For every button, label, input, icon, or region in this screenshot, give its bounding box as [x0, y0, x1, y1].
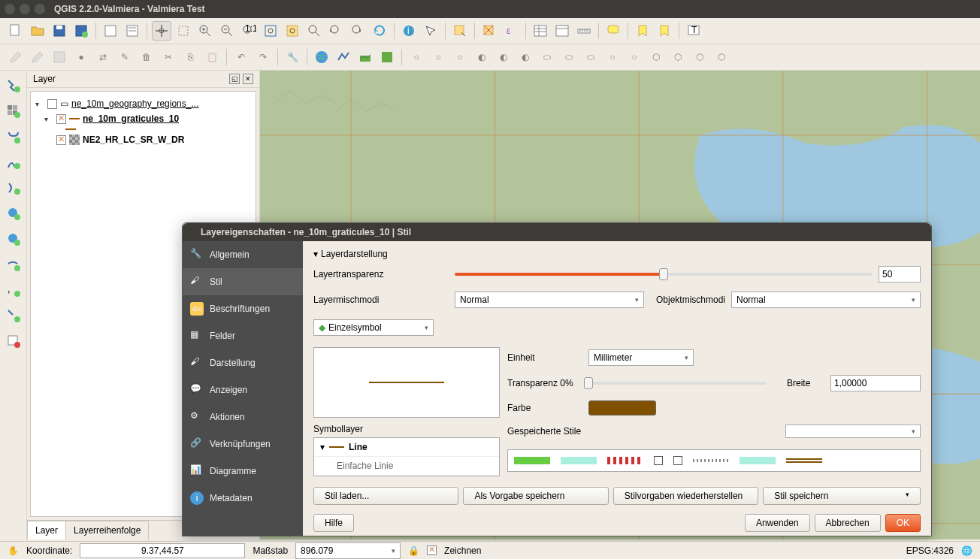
geom-tool-9-icon[interactable]: ⬭ — [581, 47, 600, 67]
geom-tool-15-icon[interactable]: ⬡ — [712, 47, 731, 67]
maximize-icon[interactable] — [35, 4, 45, 14]
zoom-selection-icon[interactable] — [283, 21, 302, 41]
crs-button-icon[interactable]: 🌐 — [961, 545, 972, 556]
zoom-layer-icon[interactable] — [304, 21, 324, 41]
toggle-extents-icon[interactable]: ✋ — [8, 545, 19, 556]
add-wms-layer-icon[interactable] — [3, 203, 24, 224]
color-button[interactable] — [588, 400, 656, 415]
symbollayer-tree[interactable]: ▾Line Einfache Linie — [313, 437, 500, 476]
feature-blend-combo[interactable]: Normal▾ — [731, 292, 921, 308]
geom-tool-6-icon[interactable]: ◐ — [516, 47, 535, 67]
style-preset[interactable] — [673, 456, 682, 465]
undo-icon[interactable]: ↶ — [231, 47, 251, 67]
layer-checkbox[interactable] — [56, 135, 66, 145]
style-preset[interactable] — [514, 457, 550, 464]
remove-layer-icon[interactable] — [3, 331, 24, 352]
add-spatialite-icon[interactable] — [3, 152, 24, 173]
slider-thumb[interactable] — [659, 268, 668, 280]
scale-lock-icon[interactable]: 🔒 — [408, 545, 419, 556]
add-mssql-icon[interactable] — [3, 177, 24, 198]
geom-tool-1-icon[interactable]: ○ — [407, 47, 426, 67]
bookmarks-icon[interactable] — [655, 21, 674, 41]
width-spinbox[interactable] — [830, 375, 921, 391]
minimize-icon[interactable] — [20, 4, 30, 14]
geom-tool-3-icon[interactable]: ○ — [450, 47, 470, 67]
sidebar-item-style[interactable]: 🖌Stil — [183, 268, 303, 295]
add-wcs-icon[interactable] — [3, 228, 24, 249]
add-wms-icon[interactable] — [377, 47, 397, 67]
save-edits-icon[interactable] — [50, 47, 69, 67]
sidebar-item-rendering[interactable]: 🖌Darstellung — [183, 349, 303, 376]
transparency-spinbox[interactable] — [879, 266, 921, 283]
panel-close-icon[interactable]: ✕ — [243, 74, 253, 84]
dialog-titlebar[interactable]: Layereigenschaften - ne_10m_graticules_1… — [183, 223, 931, 241]
zoom-out-icon[interactable] — [217, 21, 237, 41]
collapse-icon[interactable]: ▾ — [313, 249, 318, 259]
pan-selection-icon[interactable] — [174, 21, 193, 41]
map-tips-icon[interactable] — [603, 21, 623, 41]
select-rect-icon[interactable] — [450, 21, 470, 41]
copy-icon[interactable]: ⎘ — [180, 47, 200, 67]
measure-icon[interactable] — [574, 21, 594, 41]
sidebar-item-joins[interactable]: 🔗Verknüpfungen — [183, 431, 303, 458]
zoom-in-icon[interactable] — [195, 21, 215, 41]
bookmark-new-icon[interactable] — [633, 21, 652, 41]
globe-icon[interactable] — [312, 47, 331, 67]
deselect-icon[interactable] — [479, 21, 499, 41]
geom-tool-7-icon[interactable]: ⬭ — [537, 47, 557, 67]
add-wfs-icon[interactable] — [3, 254, 24, 275]
layer-item[interactable]: ▾ ne_10m_graticules_10 — [35, 111, 251, 126]
geom-tool-12-icon[interactable]: ⬡ — [646, 47, 666, 67]
expand-icon[interactable]: ▾ — [44, 115, 53, 123]
geom-tool-8-icon[interactable]: ⬭ — [559, 47, 579, 67]
layer-blend-combo[interactable]: Normal▾ — [455, 292, 644, 308]
sidebar-item-display[interactable]: 💬Anzeigen — [183, 376, 303, 403]
add-csv-icon[interactable]: , — [3, 280, 24, 301]
layer-item[interactable]: ▾ NE2_HR_LC_SR_W_DR — [35, 132, 251, 147]
save-default-button[interactable]: Als Vorgabe speichern — [463, 487, 608, 505]
field-calc-icon[interactable] — [552, 21, 572, 41]
geom-tool-14-icon[interactable]: ⬡ — [690, 47, 709, 67]
restore-default-button[interactable]: Stilvorgaben wiederherstellen — [613, 487, 758, 505]
sidebar-item-diagrams[interactable]: 📊Diagramme — [183, 458, 303, 485]
geom-tool-2-icon[interactable]: ○ — [428, 47, 448, 67]
new-project-icon[interactable] — [6, 21, 26, 41]
redo-icon[interactable]: ↷ — [253, 47, 273, 67]
style-preset[interactable] — [561, 457, 597, 464]
add-postgis-icon[interactable] — [3, 126, 24, 147]
new-vector-icon[interactable] — [3, 305, 24, 326]
add-raster-layer-icon[interactable] — [3, 101, 24, 122]
tab-layer-order[interactable]: Layerreihenfolge — [65, 521, 149, 539]
cancel-button[interactable]: Abbrechen — [815, 514, 881, 532]
save-project-icon[interactable] — [50, 21, 69, 41]
sym-transparency-slider[interactable] — [588, 382, 766, 385]
pan-icon[interactable] — [152, 21, 171, 41]
attribute-table-icon[interactable] — [531, 21, 550, 41]
add-feature-icon[interactable]: ● — [71, 47, 91, 67]
geom-tool-4-icon[interactable]: ◐ — [472, 47, 492, 67]
ok-button[interactable]: OK — [885, 514, 921, 532]
style-preset[interactable] — [740, 457, 776, 464]
geom-tool-13-icon[interactable]: ⬡ — [668, 47, 688, 67]
paste-icon[interactable]: 📋 — [202, 47, 222, 67]
tab-layer[interactable]: Layer — [27, 521, 66, 539]
apply-button[interactable]: Anwenden — [745, 514, 810, 532]
transparency-slider[interactable] — [455, 273, 873, 276]
unit-combo[interactable]: Millimeter▾ — [588, 349, 694, 366]
saved-styles-gallery[interactable] — [507, 449, 921, 472]
load-style-button[interactable]: Stil laden... — [313, 487, 458, 505]
text-annotation-icon[interactable]: T — [684, 21, 703, 41]
sidebar-item-general[interactable]: 🔧Allgemein — [183, 241, 303, 268]
cut-icon[interactable]: ✂ — [159, 47, 178, 67]
sidebar-item-metadata[interactable]: iMetadaten — [183, 485, 303, 512]
symbollayer-row-line[interactable]: ▾Line — [314, 438, 499, 457]
zoom-full-icon[interactable] — [261, 21, 280, 41]
layer-checkbox[interactable] — [56, 114, 66, 124]
settings-icon[interactable]: 🔧 — [283, 47, 302, 67]
toggle-edit-icon[interactable] — [28, 47, 47, 67]
sidebar-item-fields[interactable]: ▦Felder — [183, 322, 303, 349]
sidebar-item-labels[interactable]: abcBeschriftungen — [183, 295, 303, 322]
select-icon[interactable] — [421, 21, 440, 41]
open-project-icon[interactable] — [28, 21, 47, 41]
layer-checkbox[interactable] — [47, 99, 57, 109]
